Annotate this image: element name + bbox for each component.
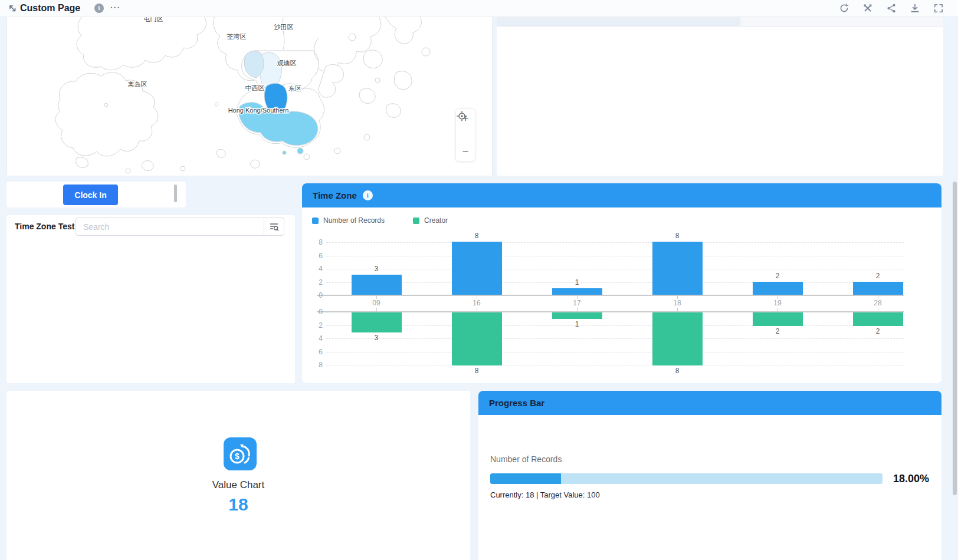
bar-number-of-records[interactable]	[552, 288, 602, 295]
bar-creator[interactable]	[552, 312, 602, 319]
x-axis-category-label: 18	[660, 299, 695, 307]
axis-tick-mark	[677, 295, 678, 299]
axis-zero-line	[317, 311, 904, 312]
axis-tick-mark	[477, 295, 477, 299]
bar-value-label: 2	[860, 327, 895, 335]
value-chart-panel: $ Value Chart 18	[6, 391, 470, 560]
info-icon[interactable]: i	[363, 190, 373, 200]
y-axis-tick-label: 2	[310, 278, 323, 287]
gridline	[326, 325, 904, 326]
diagonal-resize-icon[interactable]	[7, 3, 18, 14]
map-label-tuen-mun: 屯门区	[143, 17, 163, 22]
bar-value-label: 8	[459, 367, 494, 375]
time-zone-title: Time Zone	[313, 190, 357, 200]
hong-kong-map-panel[interactable]: 屯门区 沙田区 荃湾区 观塘区 中西区 东区 离岛区 Hong Kong/Sou…	[6, 17, 493, 176]
y-axis-tick-label: 6	[310, 251, 323, 261]
axis-tick-mark	[577, 308, 578, 311]
page-scrollbar[interactable]	[953, 182, 957, 495]
tools-icon[interactable]	[862, 3, 873, 14]
page-info-icon[interactable]: i	[94, 4, 104, 13]
table-panel	[497, 17, 943, 176]
y-axis-tick-label: 8	[310, 360, 323, 370]
table-header-cell[interactable]	[740, 17, 943, 26]
gridline	[326, 242, 904, 243]
legend-swatch	[312, 218, 319, 224]
progress-bar-panel: Progress Bar Number of Records 18.00% Cu…	[478, 391, 941, 560]
bar-number-of-records[interactable]	[652, 242, 703, 295]
y-axis-tick-label: 0	[310, 307, 323, 317]
bar-value-label: 8	[660, 232, 695, 240]
bar-creator[interactable]	[753, 312, 803, 326]
axis-tick-mark	[376, 308, 377, 311]
bar-creator[interactable]	[352, 312, 402, 332]
x-axis-category-label: 09	[359, 299, 394, 307]
progress-bar-title: Progress Bar	[489, 398, 544, 408]
bar-number-of-records[interactable]	[352, 275, 402, 295]
axis-tick-mark	[878, 308, 878, 311]
map-locate-button[interactable]	[458, 128, 473, 142]
bar-value-label: 2	[760, 272, 795, 280]
bar-number-of-records[interactable]	[452, 242, 502, 295]
x-axis-category-label: 19	[760, 299, 795, 307]
bar-number-of-records[interactable]	[753, 282, 803, 295]
bar-value-label: 1	[559, 278, 595, 286]
time-zone-test-panel: Time Zone Test	[6, 215, 295, 383]
map-zoom-controls: + −	[455, 108, 475, 162]
gridline	[326, 365, 904, 365]
fullscreen-icon[interactable]	[933, 3, 944, 14]
gridline	[326, 269, 904, 269]
map-label-southern: Hong Kong/Southern	[228, 107, 289, 114]
legend-swatch	[413, 218, 419, 224]
more-options-button[interactable]: ⋯	[110, 0, 120, 15]
legend-label: Number of Records	[323, 216, 385, 225]
search-filter-button[interactable]	[264, 218, 284, 235]
axis-tick-mark	[577, 295, 578, 299]
search-field	[76, 218, 284, 236]
y-axis-tick-label: 8	[310, 238, 323, 247]
legend-item[interactable]: Creator	[413, 216, 448, 225]
bar-creator[interactable]	[452, 312, 502, 365]
map-label-sha-tin: 沙田区	[274, 24, 294, 31]
table-header-row	[497, 17, 943, 27]
time-zone-panel: Time Zone i Number of RecordsCreator 002…	[302, 183, 941, 383]
time-zone-panel-header: Time Zone i	[302, 183, 941, 207]
y-axis-tick-label: 0	[310, 291, 323, 300]
table-header-cell[interactable]	[497, 17, 740, 26]
panel-scrollbar[interactable]	[174, 185, 177, 202]
bar-value-label: 8	[660, 367, 695, 375]
bar-number-of-records[interactable]	[853, 282, 903, 295]
gridline	[326, 282, 904, 283]
axis-zero-line	[317, 295, 904, 296]
map-label-kwun-tong: 观塘区	[277, 60, 297, 67]
page-title: Custom Page	[20, 0, 80, 17]
legend-item[interactable]: Number of Records	[312, 216, 385, 225]
y-axis-tick-label: 4	[310, 334, 323, 343]
bar-creator[interactable]	[853, 312, 903, 326]
map-label-central-western: 中西区	[245, 84, 265, 91]
axis-tick-mark	[376, 295, 377, 299]
bar-creator[interactable]	[652, 312, 703, 365]
bar-value-label: 1	[559, 320, 595, 328]
axis-tick-mark	[878, 295, 878, 299]
clock-in-panel: Clock In	[6, 182, 186, 207]
x-axis-category-label: 17	[559, 299, 595, 307]
search-input[interactable]	[76, 218, 264, 235]
map-label-islands: 离岛区	[128, 81, 147, 88]
progress-percent: 18.00%	[893, 473, 929, 485]
progress-metric-label: Number of Records	[490, 454, 562, 464]
gridline	[326, 352, 904, 353]
share-icon[interactable]	[886, 3, 897, 14]
map-label-tsuen-wan: 荃湾区	[227, 33, 247, 40]
timezone-legend: Number of RecordsCreator	[312, 216, 448, 225]
clock-in-button[interactable]: Clock In	[63, 185, 118, 205]
bar-value-label: 3	[359, 334, 394, 342]
download-icon[interactable]	[910, 3, 920, 14]
progress-bar-panel-header: Progress Bar	[478, 391, 941, 415]
value-chart-title: Value Chart	[6, 479, 470, 491]
list-search-icon	[269, 222, 279, 232]
bar-value-label: 2	[760, 327, 795, 335]
topbar: Custom Page i ⋯	[0, 0, 958, 17]
bar-value-label: 2	[860, 272, 895, 280]
map-zoom-out-button[interactable]: −	[458, 144, 473, 159]
refresh-icon[interactable]	[839, 3, 849, 14]
